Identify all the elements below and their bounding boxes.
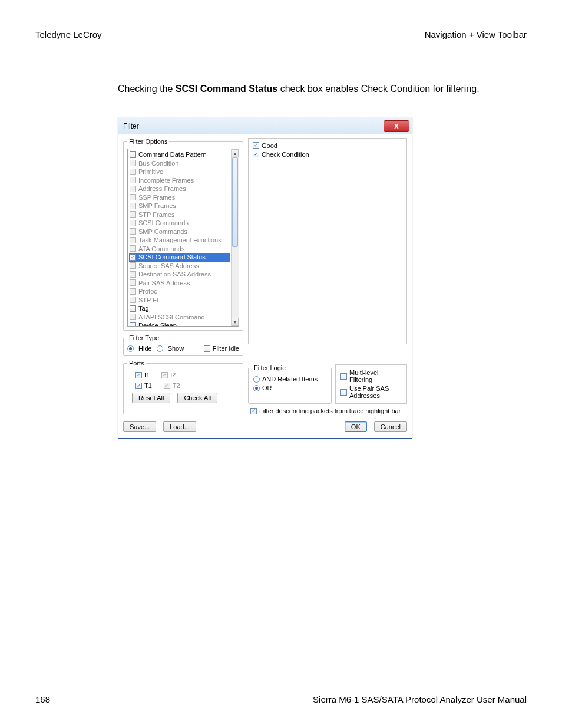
manual-title: Sierra M6-1 SAS/SATA Protocol Analyzer U… bbox=[313, 694, 527, 704]
checkbox-icon[interactable] bbox=[130, 322, 136, 326]
filter-option-item[interactable]: SCSI Commands bbox=[129, 219, 230, 228]
checkbox-icon[interactable] bbox=[130, 237, 136, 243]
checkbox-icon[interactable]: ✓ bbox=[253, 151, 259, 157]
checkbox-icon[interactable] bbox=[130, 271, 136, 278]
checkbox-icon[interactable] bbox=[130, 245, 136, 252]
show-radio[interactable] bbox=[157, 345, 163, 352]
filter-option-item[interactable]: STP Fl bbox=[129, 296, 230, 305]
checkbox-icon[interactable] bbox=[130, 211, 136, 218]
filter-option-item[interactable]: Pair SAS Address bbox=[129, 279, 230, 288]
checkbox-icon[interactable]: ✓ bbox=[253, 142, 259, 149]
or-radio[interactable] bbox=[253, 385, 260, 391]
filter-option-item[interactable]: Bus Condition bbox=[129, 159, 230, 168]
checkbox-icon[interactable] bbox=[130, 228, 136, 235]
filter-type-legend: Filter Type bbox=[127, 334, 161, 341]
checkbox-icon[interactable] bbox=[130, 169, 136, 175]
checkbox-icon[interactable]: ✓ bbox=[135, 383, 142, 389]
port-label: T2 bbox=[173, 382, 180, 389]
save-button[interactable]: Save... bbox=[123, 421, 156, 432]
filter-idle-label: Filter Idle bbox=[213, 345, 239, 352]
filter-option-label: Bus Condition bbox=[138, 160, 179, 167]
filter-option-label: SCSI Commands bbox=[138, 219, 189, 226]
reset-all-button[interactable]: Reset All bbox=[132, 393, 170, 403]
filter-option-label: SMP Commands bbox=[138, 228, 187, 235]
checkbox-icon[interactable] bbox=[130, 314, 136, 320]
status-item[interactable]: ✓Good bbox=[252, 141, 403, 150]
checkbox-icon[interactable]: ✓ bbox=[130, 254, 136, 261]
pair-sas-label: Use Pair SAS Addresses bbox=[349, 385, 403, 399]
filter-option-item[interactable]: ATAPI SCSI Command bbox=[129, 313, 230, 322]
checkbox-icon[interactable]: ✓ bbox=[164, 383, 170, 389]
multilevel-group: Multi-level Filtering Use Pair SAS Addre… bbox=[335, 364, 407, 404]
filter-option-label: ATAPI SCSI Command bbox=[138, 314, 205, 321]
body-text: Checking the SCSI Command Status check b… bbox=[118, 84, 527, 94]
filter-option-item[interactable]: SSP Frames bbox=[129, 193, 230, 202]
filter-logic-legend: Filter Logic bbox=[252, 364, 287, 371]
filter-option-item[interactable]: STP Frames bbox=[129, 210, 230, 219]
pair-sas-checkbox[interactable] bbox=[340, 389, 347, 396]
filter-option-item[interactable]: SMP Frames bbox=[129, 202, 230, 210]
titlebar[interactable]: Filter X bbox=[118, 118, 412, 134]
close-icon: X bbox=[394, 123, 398, 130]
hide-radio[interactable] bbox=[127, 345, 134, 352]
filter-option-item[interactable]: Tag bbox=[129, 304, 230, 313]
and-radio[interactable] bbox=[253, 376, 260, 383]
close-button[interactable]: X bbox=[384, 120, 409, 132]
checkbox-icon[interactable] bbox=[130, 220, 136, 226]
descending-label: Filter descending packets from trace hig… bbox=[259, 407, 401, 414]
scroll-thumb[interactable] bbox=[232, 157, 238, 247]
checkbox-icon[interactable] bbox=[130, 203, 136, 209]
filter-idle-checkbox[interactable] bbox=[204, 345, 210, 352]
port-item[interactable]: ✓I2 bbox=[161, 371, 176, 378]
filter-option-item[interactable]: SMP Commands bbox=[129, 228, 230, 236]
checkbox-icon[interactable] bbox=[130, 186, 136, 192]
filter-option-label: Source SAS Address bbox=[138, 262, 199, 269]
checkbox-icon[interactable] bbox=[130, 305, 136, 312]
port-item[interactable]: ✓T1 bbox=[135, 382, 152, 389]
filter-option-item[interactable]: Command Data Pattern bbox=[129, 150, 230, 159]
cancel-button[interactable]: Cancel bbox=[374, 421, 407, 432]
checkbox-icon[interactable] bbox=[130, 262, 136, 269]
filter-option-label: SMP Frames bbox=[138, 202, 176, 209]
checkbox-icon[interactable] bbox=[130, 160, 136, 166]
checkbox-icon[interactable] bbox=[130, 194, 136, 200]
filter-option-item[interactable]: Source SAS Address bbox=[129, 262, 230, 271]
show-label: Show bbox=[168, 345, 184, 352]
port-item[interactable]: ✓I1 bbox=[135, 371, 150, 378]
filter-options-listbox[interactable]: Command Data PatternBus ConditionPrimiti… bbox=[127, 149, 239, 327]
filter-option-item[interactable]: ATA Commands bbox=[129, 245, 230, 253]
filter-option-label: Command Data Pattern bbox=[138, 151, 207, 158]
filter-option-item[interactable]: Destination SAS Address bbox=[129, 270, 230, 279]
scroll-down-icon[interactable]: ▼ bbox=[232, 318, 239, 326]
status-list: ✓Good✓Check Condition bbox=[248, 138, 407, 344]
filter-option-item[interactable]: Protoc bbox=[129, 287, 230, 296]
filter-option-label: SSP Frames bbox=[138, 194, 175, 201]
filter-option-item[interactable]: Address Frames bbox=[129, 185, 230, 193]
ok-button[interactable]: OK bbox=[345, 421, 367, 432]
dialog-title: Filter bbox=[123, 122, 384, 130]
filter-option-item[interactable]: Device Sleep bbox=[129, 321, 230, 326]
filter-option-label: Pair SAS Address bbox=[138, 279, 190, 286]
checkbox-icon[interactable] bbox=[130, 151, 136, 158]
checkbox-icon[interactable]: ✓ bbox=[161, 372, 168, 378]
filter-option-item[interactable]: Primitive bbox=[129, 167, 230, 176]
status-item[interactable]: ✓Check Condition bbox=[252, 150, 403, 159]
load-button[interactable]: Load... bbox=[163, 421, 196, 432]
filter-option-item[interactable]: Incomplete Frames bbox=[129, 176, 230, 185]
page-footer: 168 Sierra M6-1 SAS/SATA Protocol Analyz… bbox=[35, 677, 527, 704]
port-item[interactable]: ✓T2 bbox=[164, 382, 180, 389]
filter-option-item[interactable]: Task Management Functions bbox=[129, 236, 230, 245]
checkbox-icon[interactable]: ✓ bbox=[135, 372, 142, 378]
descending-checkbox[interactable]: ✓ bbox=[250, 408, 257, 414]
scrollbar[interactable]: ▲ ▼ bbox=[231, 149, 239, 326]
checkbox-icon[interactable] bbox=[130, 297, 136, 303]
checkbox-icon[interactable] bbox=[130, 288, 136, 295]
multilevel-checkbox[interactable] bbox=[340, 373, 347, 380]
checkbox-icon[interactable] bbox=[130, 177, 136, 183]
check-all-button[interactable]: Check All bbox=[177, 393, 217, 403]
filter-option-item[interactable]: ✓SCSI Command Status bbox=[129, 253, 230, 262]
status-label: Good bbox=[262, 142, 277, 149]
scroll-up-icon[interactable]: ▲ bbox=[232, 149, 239, 157]
checkbox-icon[interactable] bbox=[130, 279, 136, 286]
filter-logic-group: Filter Logic AND Related Items OR bbox=[248, 364, 332, 404]
